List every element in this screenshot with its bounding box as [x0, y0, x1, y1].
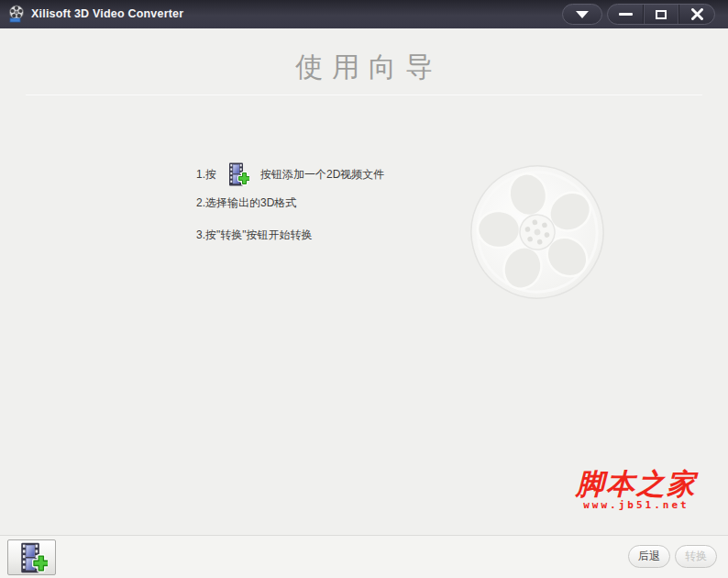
- close-button[interactable]: [679, 5, 714, 24]
- add-video-filmstrip-icon: [17, 542, 48, 573]
- add-video-button[interactable]: [7, 539, 56, 575]
- app-logo-icon: [7, 5, 26, 23]
- window-buttons-group: [607, 4, 715, 25]
- maximize-icon: [656, 10, 667, 19]
- close-icon: [690, 8, 704, 20]
- site-watermark: 脚本之家 www.jb51.net: [576, 469, 697, 511]
- convert-button[interactable]: 转换: [675, 545, 717, 568]
- back-button[interactable]: 后退: [628, 545, 670, 568]
- footer-toolbar: 后退 转换: [0, 535, 728, 578]
- chevron-down-icon: [576, 11, 589, 18]
- film-reel-watermark-icon: [468, 162, 607, 302]
- title-divider: [26, 94, 702, 95]
- footer-actions: 后退 转换: [628, 545, 717, 568]
- wizard-step-1: 1.按 按钮添: [196, 161, 384, 188]
- window-controls: [562, 4, 715, 25]
- minimize-button[interactable]: [608, 5, 643, 24]
- step1-suffix: 按钮添加一个2D视频文件: [260, 161, 384, 188]
- menu-button[interactable]: [562, 4, 602, 25]
- minimize-icon: [619, 13, 633, 16]
- site-watermark-name: 脚本之家: [576, 469, 697, 498]
- step1-prefix: 1.按: [196, 161, 216, 188]
- app-window: Xilisoft 3D Video Converter: [0, 0, 728, 578]
- page-title: 使用向导: [0, 49, 728, 86]
- titlebar: Xilisoft 3D Video Converter: [0, 0, 728, 28]
- window-title: Xilisoft 3D Video Converter: [31, 0, 183, 28]
- wizard-step-2: 2.选择输出的3D格式: [196, 195, 296, 211]
- maximize-button[interactable]: [643, 5, 679, 24]
- add-video-filmstrip-icon: [226, 162, 249, 186]
- wizard-step-3: 3.按"转换"按钮开始转换: [196, 228, 313, 243]
- wizard-panel: 使用向导: [0, 28, 728, 535]
- site-watermark-url: www.jb51.net: [576, 499, 697, 511]
